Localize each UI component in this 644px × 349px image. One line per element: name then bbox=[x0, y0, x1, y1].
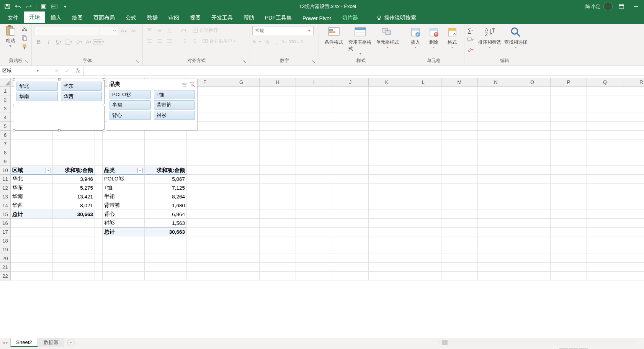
cell[interactable] bbox=[369, 228, 405, 236]
cell[interactable] bbox=[514, 228, 551, 236]
sheet-nav[interactable]: ◂ ▸ bbox=[0, 340, 10, 345]
cell[interactable] bbox=[514, 272, 551, 280]
cell[interactable] bbox=[187, 184, 223, 192]
font-dialog-launcher[interactable]: ⤡ bbox=[135, 59, 140, 64]
cell[interactable] bbox=[95, 131, 103, 139]
cell[interactable] bbox=[332, 210, 369, 219]
cell[interactable] bbox=[441, 157, 478, 166]
cell[interactable] bbox=[53, 148, 95, 157]
cell[interactable] bbox=[223, 245, 260, 254]
cell[interactable] bbox=[53, 236, 95, 245]
cell[interactable] bbox=[223, 122, 260, 131]
cell[interactable] bbox=[478, 245, 514, 254]
cell[interactable] bbox=[587, 263, 623, 272]
cell[interactable] bbox=[332, 166, 369, 175]
cell[interactable] bbox=[405, 228, 441, 236]
cell[interactable] bbox=[187, 157, 223, 166]
cell[interactable] bbox=[441, 139, 478, 148]
cell[interactable] bbox=[478, 122, 514, 131]
autosum-button[interactable]: ∑▾ bbox=[467, 26, 474, 34]
qat-touch-mode-button[interactable] bbox=[39, 2, 49, 11]
row-header[interactable]: 1 bbox=[0, 87, 11, 95]
slicer-item[interactable]: 衬衫 bbox=[154, 111, 195, 120]
user-name[interactable]: 陈 小定 bbox=[585, 3, 600, 10]
row-header[interactable]: 7 bbox=[0, 139, 11, 148]
cell[interactable] bbox=[145, 272, 187, 280]
enter-formula-button[interactable]: ✓ bbox=[62, 68, 73, 74]
cell[interactable] bbox=[187, 166, 223, 175]
cell[interactable] bbox=[369, 122, 405, 131]
cell[interactable] bbox=[551, 272, 587, 280]
cell[interactable] bbox=[405, 210, 441, 219]
cell[interactable] bbox=[514, 87, 551, 95]
cell[interactable] bbox=[369, 219, 405, 228]
align-bottom-button[interactable] bbox=[165, 26, 174, 34]
cell[interactable]: 3,946 bbox=[53, 175, 95, 184]
slicer-item[interactable]: 半裙 bbox=[110, 100, 151, 110]
cell[interactable] bbox=[514, 201, 551, 210]
cell[interactable] bbox=[514, 122, 551, 131]
cell[interactable] bbox=[405, 254, 441, 263]
cell[interactable] bbox=[332, 148, 369, 157]
cell[interactable] bbox=[369, 201, 405, 210]
cell[interactable] bbox=[623, 87, 644, 95]
cell[interactable] bbox=[369, 254, 405, 263]
filter-dropdown-icon[interactable] bbox=[137, 168, 143, 173]
row-header[interactable]: 18 bbox=[0, 236, 11, 245]
cell[interactable] bbox=[514, 210, 551, 219]
cell[interactable] bbox=[441, 148, 478, 157]
cell[interactable] bbox=[53, 245, 95, 254]
cell[interactable] bbox=[587, 201, 623, 210]
cell[interactable] bbox=[478, 104, 514, 113]
cell[interactable] bbox=[514, 95, 551, 104]
font-color-button[interactable]: A▾ bbox=[84, 38, 93, 46]
slicer-item[interactable]: 华北 bbox=[16, 82, 58, 91]
cell[interactable] bbox=[103, 236, 145, 245]
cell[interactable] bbox=[478, 113, 514, 122]
slicer-item[interactable]: 华南 bbox=[16, 92, 58, 101]
cell[interactable] bbox=[587, 272, 623, 280]
cell[interactable] bbox=[11, 228, 53, 236]
cell[interactable] bbox=[296, 272, 332, 280]
cell[interactable] bbox=[587, 131, 623, 139]
cell[interactable] bbox=[11, 245, 53, 254]
slicer-item[interactable]: T恤 bbox=[154, 90, 195, 99]
cell[interactable] bbox=[223, 131, 260, 139]
cell[interactable] bbox=[223, 113, 260, 122]
cell[interactable] bbox=[369, 245, 405, 254]
cell[interactable]: 总计 bbox=[11, 210, 53, 219]
cell[interactable] bbox=[369, 131, 405, 139]
cell[interactable] bbox=[551, 219, 587, 228]
redo-button[interactable] bbox=[24, 2, 34, 11]
cell[interactable] bbox=[551, 148, 587, 157]
cell[interactable] bbox=[369, 113, 405, 122]
cell[interactable] bbox=[187, 263, 223, 272]
cell[interactable] bbox=[623, 201, 644, 210]
cell[interactable] bbox=[587, 148, 623, 157]
cell[interactable] bbox=[551, 87, 587, 95]
cell[interactable] bbox=[623, 236, 644, 245]
cell[interactable] bbox=[296, 228, 332, 236]
cell[interactable] bbox=[223, 104, 260, 113]
cell[interactable] bbox=[441, 263, 478, 272]
cell[interactable] bbox=[145, 139, 187, 148]
cell[interactable]: 30,663 bbox=[145, 228, 187, 236]
cell[interactable] bbox=[405, 157, 441, 166]
cell[interactable] bbox=[187, 272, 223, 280]
cell[interactable] bbox=[260, 236, 296, 245]
row-header[interactable]: 5 bbox=[0, 122, 11, 131]
cell[interactable] bbox=[623, 245, 644, 254]
cell[interactable] bbox=[405, 175, 441, 184]
cell[interactable] bbox=[296, 236, 332, 245]
cell-styles-button[interactable]: 单元格样式▾ bbox=[375, 26, 400, 49]
row-header[interactable]: 9 bbox=[0, 157, 11, 166]
cell[interactable] bbox=[187, 148, 223, 157]
cell[interactable] bbox=[478, 166, 514, 175]
column-header[interactable]: N bbox=[478, 78, 514, 87]
row-header[interactable]: 4 bbox=[0, 113, 11, 122]
cell[interactable]: 华南 bbox=[11, 192, 53, 201]
cell[interactable] bbox=[623, 148, 644, 157]
cell[interactable] bbox=[369, 272, 405, 280]
align-left-button[interactable] bbox=[145, 37, 154, 45]
cancel-formula-button[interactable]: ✕ bbox=[51, 68, 62, 74]
